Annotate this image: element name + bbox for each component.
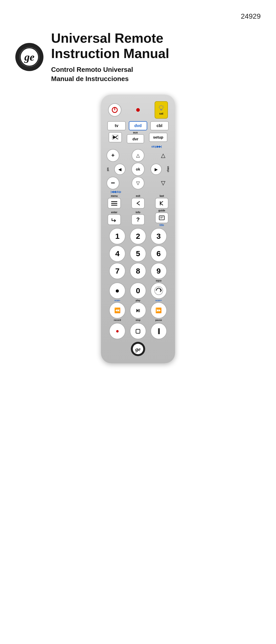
nav-right-button[interactable]: ▶ <box>151 164 162 175</box>
dot-button[interactable]: ● <box>109 283 125 299</box>
svg-text:ge: ge <box>24 51 34 63</box>
chan-down-right-button[interactable]: ▽ <box>157 177 169 189</box>
num-5-button[interactable]: 5 <box>130 245 146 262</box>
nav-section: + △ △ vol ◀ ok ▶ chan − ▽ ▽ <box>106 149 170 189</box>
mute-col <box>109 132 122 142</box>
subtitle-line2: Manual de Instrucciones <box>51 75 129 83</box>
guide-label-text: guide <box>158 209 165 212</box>
dot-col: ● scan- <box>109 283 125 302</box>
enter-button[interactable] <box>108 214 121 225</box>
num-8-button[interactable]: 8 <box>130 263 146 279</box>
main-title: Universal RemoteInstruction Manual <box>51 31 169 61</box>
skip-forward-label-row: skip▶▶| <box>106 145 170 148</box>
tv-button[interactable]: tv <box>107 121 126 130</box>
svg-text:ge: ge <box>135 346 141 352</box>
row-num-1-3: 1 2 3 <box>106 228 170 244</box>
svg-rect-20 <box>111 205 117 206</box>
num-0-button[interactable]: 0 <box>130 283 146 299</box>
dvd-button[interactable]: dvd <box>129 121 147 130</box>
vol-plus-button[interactable]: + <box>107 149 119 162</box>
row-enter-info-guide: enter info ? guide <box>106 209 170 227</box>
last-button[interactable] <box>155 198 168 209</box>
num-4-button[interactable]: 4 <box>109 245 125 262</box>
setup-button[interactable]: setup <box>149 133 167 142</box>
num-6-button[interactable]: 6 <box>151 245 167 262</box>
chan-up-button[interactable]: △ <box>132 149 144 162</box>
num-3-button[interactable]: 3 <box>151 228 167 244</box>
row-num-7-9: 7 8 9 input <box>106 263 170 282</box>
mute-button[interactable] <box>109 132 122 142</box>
remote-ge-logo: ge <box>131 342 145 356</box>
menu-col: menu <box>108 195 121 209</box>
play-button[interactable]: ⏯ <box>130 302 146 319</box>
exit-button[interactable] <box>131 198 145 209</box>
ok-button[interactable]: ok <box>131 163 145 176</box>
record-button[interactable]: ● <box>109 323 125 339</box>
dvr-aux-col: aux dvr <box>127 131 144 143</box>
pause-button[interactable]: ‖ <box>151 323 167 339</box>
guide-col: guide title <box>155 209 168 227</box>
menu-label-text: menu <box>111 195 118 197</box>
play-col: ⏯ stop <box>130 302 146 321</box>
scan-plus-button[interactable] <box>151 283 167 299</box>
enter-col: enter <box>108 211 121 225</box>
skip-back-row: |◀◀skip <box>106 190 170 194</box>
aux-label: aux <box>133 131 138 134</box>
svg-rect-22 <box>159 216 164 220</box>
svg-rect-7 <box>160 110 162 110</box>
svg-point-5 <box>159 106 163 109</box>
num-9-col: 9 input <box>151 263 167 282</box>
row-dot-0-scan: ● scan- 0 play scan+ <box>106 283 170 302</box>
skip-forward-label: skip▶▶| <box>151 145 162 148</box>
indicator-dot <box>136 108 140 112</box>
remote-control: sat tv dvd cbl <box>101 95 175 363</box>
last-label-text: last <box>159 195 164 197</box>
guide-button[interactable] <box>155 212 168 223</box>
exit-label-text: exit <box>136 195 140 197</box>
svg-rect-17 <box>113 137 114 138</box>
sat-button[interactable]: sat <box>155 101 168 119</box>
row-transport-1: ⏪ record ⏯ stop ⏩ pause <box>106 302 170 321</box>
sub-title: Control Remoto Universal Manual de Instr… <box>51 65 169 84</box>
scan-plus-col: scan+ <box>151 283 167 302</box>
info-button[interactable]: ? <box>131 214 145 225</box>
stop-label: stop <box>135 319 140 321</box>
num-2-button[interactable]: 2 <box>130 228 146 244</box>
nav-top-row: + △ △ <box>106 149 170 162</box>
cbl-button[interactable]: cbl <box>150 121 169 130</box>
num-7-button[interactable]: 7 <box>109 263 125 279</box>
enter-label-text: enter <box>111 211 117 214</box>
scan-fwd-col: ⏩ pause <box>151 302 167 321</box>
record-label: record <box>114 319 121 321</box>
row-transport-2: ● ▢ ‖ <box>106 323 170 339</box>
play-label: play <box>136 299 140 302</box>
stop-button[interactable]: ▢ <box>130 323 146 339</box>
page-number: 24929 <box>241 12 261 20</box>
scan-minus-label: scan- <box>114 299 121 302</box>
num-9-button[interactable]: 9 <box>151 263 167 279</box>
exit-col: exit <box>131 195 145 209</box>
menu-button[interactable] <box>108 198 121 209</box>
svg-rect-6 <box>160 109 162 110</box>
power-button[interactable] <box>108 103 121 117</box>
vol-minus-button[interactable]: − <box>107 177 119 189</box>
nav-left-button[interactable]: ◀ <box>114 164 125 175</box>
scan-back-button[interactable]: ⏪ <box>109 302 125 319</box>
zero-col: 0 play <box>130 283 146 302</box>
nav-mid-row: vol ◀ ok ▶ chan <box>106 163 170 176</box>
chan-down-button[interactable]: ▽ <box>132 177 144 189</box>
chan-up-right-button[interactable]: △ <box>157 149 169 162</box>
num-1-button[interactable]: 1 <box>109 228 125 244</box>
input-sublabel: input <box>156 279 162 282</box>
skip-back-label: |◀◀skip <box>111 190 121 194</box>
svg-rect-18 <box>111 201 117 202</box>
scan-plus-label: scan+ <box>155 299 162 302</box>
row-device: tv dvd cbl <box>106 121 170 130</box>
row-mute-setup: aux dvr setup <box>106 131 170 143</box>
dvr-button[interactable]: dvr <box>127 134 144 143</box>
scan-fwd-button[interactable]: ⏩ <box>151 302 167 319</box>
title-block: Universal RemoteInstruction Manual Contr… <box>51 31 169 83</box>
sat-label: sat <box>159 112 163 115</box>
last-col: last <box>155 195 168 209</box>
vol-label: vol <box>107 167 109 171</box>
